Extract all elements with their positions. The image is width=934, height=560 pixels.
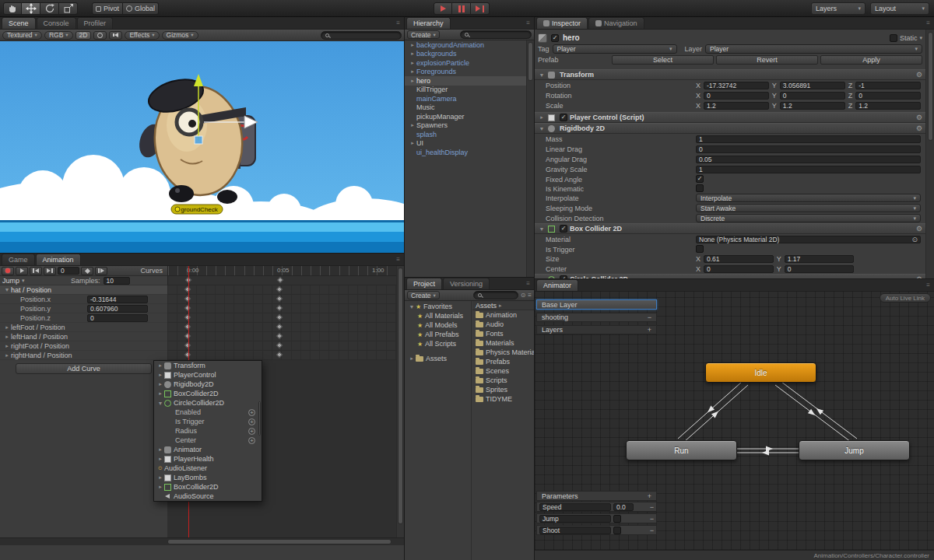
samples-field[interactable]: 10 xyxy=(104,277,130,285)
keyframe-diamond[interactable] xyxy=(184,286,191,292)
folder-item[interactable]: Audio xyxy=(472,320,534,329)
tab-inspector[interactable]: Inspector xyxy=(536,17,588,29)
hierarchy-search-input[interactable] xyxy=(460,30,532,39)
folder-item[interactable]: TIDYME xyxy=(472,394,534,404)
popup-item-laybombs[interactable]: ▸LayBombs xyxy=(154,473,262,482)
popup-item-boxcollider2d[interactable]: ▸BoxCollider2D xyxy=(154,389,262,398)
state-node-run[interactable]: Run xyxy=(626,440,737,460)
tab-console[interactable]: Console xyxy=(37,17,76,29)
popup-item-boxcollider2d-2[interactable]: ▸BoxCollider2D xyxy=(154,482,262,492)
foldout-icon[interactable]: ▼ xyxy=(538,126,546,131)
hierarchy-item-hero[interactable]: ▸hero xyxy=(405,76,534,86)
fixed-angle-checkbox[interactable]: ✓ xyxy=(696,175,704,183)
keyframe-diamond[interactable] xyxy=(184,324,191,330)
effects-dropdown[interactable]: Effects▾ xyxy=(125,31,159,40)
search-by-label-icon[interactable]: ≡ xyxy=(528,292,532,299)
curves-toggle[interactable]: Curves xyxy=(140,267,166,275)
dopesheet-row[interactable] xyxy=(167,304,396,313)
create-dropdown[interactable]: Create▾ xyxy=(407,291,440,299)
parameter-name-field[interactable]: Speed xyxy=(539,503,611,511)
hierarchy-item[interactable]: ▸backgrounds xyxy=(405,50,534,59)
hierarchy-item[interactable]: pickupManager xyxy=(405,112,534,121)
layers-dropdown[interactable]: Layers▾ xyxy=(811,2,866,15)
lighting-toggle-button[interactable] xyxy=(93,31,107,40)
scale-z-field[interactable]: 1.2 xyxy=(855,102,921,110)
prefab-revert-button[interactable]: Revert xyxy=(716,55,818,65)
property-row-position-y[interactable]: Position.y0.607960 xyxy=(0,304,167,313)
tab-scene[interactable]: Scene xyxy=(2,17,36,29)
foldout-icon[interactable]: ▸ xyxy=(538,114,546,121)
dopesheet-row[interactable] xyxy=(167,323,396,332)
is-trigger-checkbox[interactable] xyxy=(696,245,704,253)
foldout-icon[interactable]: ▸ xyxy=(3,334,11,340)
add-layer-button[interactable]: + xyxy=(648,326,651,334)
step-button[interactable] xyxy=(471,2,490,15)
interpolate-dropdown[interactable]: Interpolate▾ xyxy=(696,194,921,202)
keyframe-diamond[interactable] xyxy=(276,324,283,330)
parameter-bool-checkbox[interactable] xyxy=(613,527,621,534)
favorite-all-scripts[interactable]: ★All Scripts xyxy=(405,339,471,348)
add-property-button[interactable]: + xyxy=(248,418,255,425)
popup-item-animator[interactable]: ▸Animator xyxy=(154,445,262,454)
panel-menu-icon[interactable]: ≡ xyxy=(926,17,932,29)
rotate-tool-button[interactable] xyxy=(40,2,59,15)
ground-check-label[interactable]: groundCheck xyxy=(171,205,223,214)
tab-versioning[interactable]: Versioning xyxy=(443,278,490,289)
popup-scrollbar[interactable] xyxy=(258,401,261,436)
curve-value-field[interactable]: 0.607960 xyxy=(87,305,148,313)
clip-dropdown[interactable]: Jump▾ xyxy=(2,277,54,285)
scale-y-field[interactable]: 1.2 xyxy=(780,102,845,110)
hierarchy-item[interactable]: splash xyxy=(405,130,534,139)
add-keyframe-button[interactable] xyxy=(81,267,93,275)
transform-component-header[interactable]: ▼ Transform ⚙ xyxy=(535,69,925,80)
property-row-position-z[interactable]: Position.z0 xyxy=(0,313,167,323)
popup-item-enabled[interactable]: Enabled+ xyxy=(154,408,262,417)
property-row-righthand[interactable]: ▸rightHand / Position xyxy=(0,351,167,360)
play-button[interactable] xyxy=(434,2,452,15)
property-row-rightfoot[interactable]: ▸rightFoot / Position xyxy=(0,341,167,351)
folder-item[interactable]: Scenes xyxy=(472,366,534,376)
keyframe-diamond[interactable] xyxy=(276,352,283,358)
auto-live-link-button[interactable]: Auto Live Link xyxy=(880,293,931,303)
record-button[interactable] xyxy=(2,267,14,275)
render-channel-dropdown[interactable]: RGB▾ xyxy=(44,31,73,40)
rotation-y-field[interactable]: 0 xyxy=(780,92,845,100)
parameter-name-field[interactable]: Shoot xyxy=(539,527,611,534)
hierarchy-item[interactable]: Music xyxy=(405,103,534,113)
keyframe-diamond[interactable] xyxy=(184,333,191,339)
remove-parameter-button[interactable]: − xyxy=(650,515,654,523)
property-row-position-x[interactable]: Position.x-0.31644 xyxy=(0,295,167,304)
gear-icon[interactable]: ⚙ xyxy=(916,114,922,121)
audio-toggle-button[interactable] xyxy=(109,31,122,40)
gear-icon[interactable]: ⚙ xyxy=(916,124,922,132)
frame-field[interactable]: 0 xyxy=(58,267,79,275)
favorite-all-materials[interactable]: ★All Materials xyxy=(405,311,471,320)
foldout-icon[interactable]: ▼ xyxy=(538,72,546,78)
static-dropdown-icon[interactable]: ▾ xyxy=(919,35,922,41)
keyframe-diamond[interactable] xyxy=(276,296,283,302)
dopesheet-row[interactable] xyxy=(167,295,396,304)
player-control-component-header[interactable]: ▸ ✓ Player Control (Script) ⚙ xyxy=(535,112,925,123)
keyframe-diamond[interactable] xyxy=(184,352,191,358)
add-curve-button[interactable]: Add Curve xyxy=(16,363,152,374)
inspector-scrollbar[interactable] xyxy=(925,30,934,278)
curve-value-field[interactable]: 0 xyxy=(87,314,148,322)
popup-item-playerhealth[interactable]: ▸PlayerHealth xyxy=(154,454,262,464)
search-by-type-icon[interactable]: ⊙ xyxy=(521,292,526,299)
scene-search-input[interactable] xyxy=(321,31,402,40)
animation-hscrollbar[interactable] xyxy=(0,537,404,545)
add-event-button[interactable] xyxy=(95,267,107,275)
popup-item-playercontrol[interactable]: ▸PlayerControl xyxy=(154,370,262,380)
dopesheet-row[interactable] xyxy=(167,351,396,360)
folder-item[interactable]: Fonts xyxy=(472,329,534,338)
position-y-field[interactable]: 3.056891 xyxy=(780,82,845,89)
foldout-icon[interactable]: ▸ xyxy=(3,324,11,331)
keyframe-diamond[interactable] xyxy=(277,277,283,283)
tab-navigation[interactable]: Navigation xyxy=(588,17,644,29)
panel-menu-icon[interactable]: ≡ xyxy=(526,17,532,29)
prefab-apply-button[interactable]: Apply xyxy=(820,55,922,65)
center-x-field[interactable]: 0 xyxy=(704,265,774,273)
hierarchy-scrollbar[interactable] xyxy=(526,40,534,277)
state-node-jump[interactable]: Jump xyxy=(799,440,910,460)
panel-menu-icon[interactable]: ≡ xyxy=(396,254,402,265)
